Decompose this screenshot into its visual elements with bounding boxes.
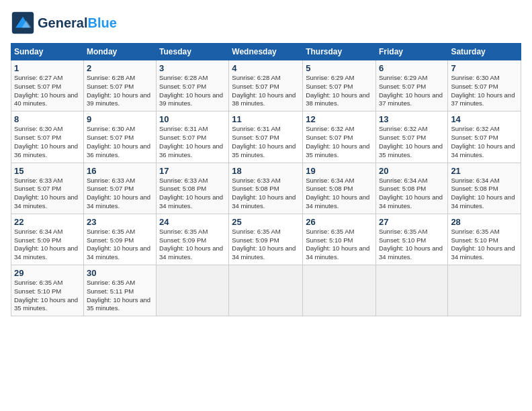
day-number: 19 bbox=[306, 166, 373, 176]
calendar-cell: 29 Sunrise: 6:35 AM Sunset: 5:10 PM Dayl… bbox=[11, 265, 84, 316]
calendar-cell: 13 Sunrise: 6:32 AM Sunset: 5:07 PM Dayl… bbox=[375, 111, 447, 163]
calendar-cell: 6 Sunrise: 6:29 AM Sunset: 5:07 PM Dayli… bbox=[375, 60, 447, 111]
day-info: Sunrise: 6:33 AM Sunset: 5:07 PM Dayligh… bbox=[87, 177, 153, 211]
day-info: Sunrise: 6:30 AM Sunset: 5:07 PM Dayligh… bbox=[451, 74, 518, 108]
page-container: GeneralBlue SundayMondayTuesdayWednesday… bbox=[0, 0, 532, 322]
day-info: Sunrise: 6:34 AM Sunset: 5:09 PM Dayligh… bbox=[14, 228, 81, 262]
calendar-table: SundayMondayTuesdayWednesdayThursdayFrid… bbox=[11, 43, 521, 316]
day-number: 23 bbox=[87, 217, 153, 227]
day-number: 3 bbox=[159, 63, 226, 73]
day-number: 8 bbox=[14, 114, 81, 124]
day-info: Sunrise: 6:27 AM Sunset: 5:07 PM Dayligh… bbox=[14, 74, 81, 108]
calendar-cell: 12 Sunrise: 6:32 AM Sunset: 5:07 PM Dayl… bbox=[303, 111, 376, 163]
day-number: 16 bbox=[87, 166, 153, 176]
day-number: 7 bbox=[451, 63, 518, 73]
calendar-cell: 2 Sunrise: 6:28 AM Sunset: 5:07 PM Dayli… bbox=[83, 60, 156, 111]
day-number: 18 bbox=[232, 166, 300, 176]
calendar-cell: 3 Sunrise: 6:28 AM Sunset: 5:07 PM Dayli… bbox=[157, 60, 229, 111]
calendar-cell bbox=[157, 265, 229, 316]
day-info: Sunrise: 6:35 AM Sunset: 5:09 PM Dayligh… bbox=[159, 228, 226, 262]
weekday-tuesday: Tuesday bbox=[157, 44, 229, 60]
day-info: Sunrise: 6:29 AM Sunset: 5:07 PM Dayligh… bbox=[379, 74, 445, 108]
calendar-cell: 10 Sunrise: 6:31 AM Sunset: 5:07 PM Dayl… bbox=[157, 111, 229, 163]
day-info: Sunrise: 6:35 AM Sunset: 5:10 PM Dayligh… bbox=[14, 279, 81, 313]
day-info: Sunrise: 6:28 AM Sunset: 5:07 PM Dayligh… bbox=[232, 74, 300, 108]
day-info: Sunrise: 6:29 AM Sunset: 5:07 PM Dayligh… bbox=[306, 74, 373, 108]
day-info: Sunrise: 6:35 AM Sunset: 5:09 PM Dayligh… bbox=[232, 228, 300, 262]
day-info: Sunrise: 6:30 AM Sunset: 5:07 PM Dayligh… bbox=[14, 125, 81, 159]
day-info: Sunrise: 6:35 AM Sunset: 5:10 PM Dayligh… bbox=[379, 228, 445, 262]
weekday-header-row: SundayMondayTuesdayWednesdayThursdayFrid… bbox=[11, 44, 521, 60]
calendar-cell: 28 Sunrise: 6:35 AM Sunset: 5:10 PM Dayl… bbox=[448, 214, 521, 265]
day-info: Sunrise: 6:35 AM Sunset: 5:11 PM Dayligh… bbox=[87, 279, 153, 313]
day-info: Sunrise: 6:32 AM Sunset: 5:07 PM Dayligh… bbox=[379, 125, 445, 159]
calendar-week-4: 22 Sunrise: 6:34 AM Sunset: 5:09 PM Dayl… bbox=[11, 214, 521, 265]
day-info: Sunrise: 6:30 AM Sunset: 5:07 PM Dayligh… bbox=[87, 125, 153, 159]
day-info: Sunrise: 6:35 AM Sunset: 5:09 PM Dayligh… bbox=[87, 228, 153, 262]
calendar-cell: 5 Sunrise: 6:29 AM Sunset: 5:07 PM Dayli… bbox=[303, 60, 376, 111]
logo: GeneralBlue bbox=[11, 11, 117, 35]
calendar-cell: 21 Sunrise: 6:34 AM Sunset: 5:08 PM Dayl… bbox=[448, 163, 521, 214]
calendar-cell: 20 Sunrise: 6:34 AM Sunset: 5:08 PM Dayl… bbox=[375, 163, 447, 214]
day-info: Sunrise: 6:32 AM Sunset: 5:07 PM Dayligh… bbox=[306, 125, 373, 159]
weekday-monday: Monday bbox=[83, 44, 156, 60]
calendar-cell: 9 Sunrise: 6:30 AM Sunset: 5:07 PM Dayli… bbox=[83, 111, 156, 163]
day-number: 9 bbox=[87, 114, 153, 124]
day-number: 15 bbox=[14, 166, 81, 176]
day-info: Sunrise: 6:28 AM Sunset: 5:07 PM Dayligh… bbox=[159, 74, 226, 108]
calendar-cell: 8 Sunrise: 6:30 AM Sunset: 5:07 PM Dayli… bbox=[11, 111, 84, 163]
logo-icon bbox=[11, 11, 35, 35]
day-number: 29 bbox=[14, 268, 81, 278]
calendar-cell: 14 Sunrise: 6:32 AM Sunset: 5:07 PM Dayl… bbox=[448, 111, 521, 163]
weekday-sunday: Sunday bbox=[11, 44, 84, 60]
day-number: 13 bbox=[379, 114, 445, 124]
calendar-cell: 7 Sunrise: 6:30 AM Sunset: 5:07 PM Dayli… bbox=[448, 60, 521, 111]
day-info: Sunrise: 6:31 AM Sunset: 5:07 PM Dayligh… bbox=[159, 125, 226, 159]
weekday-wednesday: Wednesday bbox=[229, 44, 303, 60]
calendar-cell: 23 Sunrise: 6:35 AM Sunset: 5:09 PM Dayl… bbox=[83, 214, 156, 265]
calendar-cell: 27 Sunrise: 6:35 AM Sunset: 5:10 PM Dayl… bbox=[375, 214, 447, 265]
calendar-cell: 1 Sunrise: 6:27 AM Sunset: 5:07 PM Dayli… bbox=[11, 60, 84, 111]
calendar-week-1: 1 Sunrise: 6:27 AM Sunset: 5:07 PM Dayli… bbox=[11, 60, 521, 111]
day-number: 12 bbox=[306, 114, 373, 124]
day-info: Sunrise: 6:28 AM Sunset: 5:07 PM Dayligh… bbox=[87, 74, 153, 108]
day-number: 14 bbox=[451, 114, 518, 124]
day-number: 22 bbox=[14, 217, 81, 227]
calendar-cell: 25 Sunrise: 6:35 AM Sunset: 5:09 PM Dayl… bbox=[229, 214, 303, 265]
day-number: 2 bbox=[87, 63, 153, 73]
day-info: Sunrise: 6:31 AM Sunset: 5:07 PM Dayligh… bbox=[232, 125, 300, 159]
calendar-cell: 11 Sunrise: 6:31 AM Sunset: 5:07 PM Dayl… bbox=[229, 111, 303, 163]
day-number: 25 bbox=[232, 217, 300, 227]
day-number: 20 bbox=[379, 166, 445, 176]
calendar-cell: 30 Sunrise: 6:35 AM Sunset: 5:11 PM Dayl… bbox=[83, 265, 156, 316]
calendar-cell: 18 Sunrise: 6:33 AM Sunset: 5:08 PM Dayl… bbox=[229, 163, 303, 214]
day-info: Sunrise: 6:32 AM Sunset: 5:07 PM Dayligh… bbox=[451, 125, 518, 159]
calendar-cell bbox=[375, 265, 447, 316]
day-info: Sunrise: 6:33 AM Sunset: 5:08 PM Dayligh… bbox=[159, 177, 226, 211]
weekday-friday: Friday bbox=[375, 44, 447, 60]
calendar-week-2: 8 Sunrise: 6:30 AM Sunset: 5:07 PM Dayli… bbox=[11, 111, 521, 163]
calendar-week-3: 15 Sunrise: 6:33 AM Sunset: 5:07 PM Dayl… bbox=[11, 163, 521, 214]
calendar-body: 1 Sunrise: 6:27 AM Sunset: 5:07 PM Dayli… bbox=[11, 60, 521, 316]
day-info: Sunrise: 6:35 AM Sunset: 5:10 PM Dayligh… bbox=[306, 228, 373, 262]
calendar-cell: 17 Sunrise: 6:33 AM Sunset: 5:08 PM Dayl… bbox=[157, 163, 229, 214]
day-info: Sunrise: 6:34 AM Sunset: 5:08 PM Dayligh… bbox=[306, 177, 373, 211]
day-number: 30 bbox=[87, 268, 153, 278]
day-info: Sunrise: 6:33 AM Sunset: 5:08 PM Dayligh… bbox=[232, 177, 300, 211]
day-number: 17 bbox=[159, 166, 226, 176]
day-number: 1 bbox=[14, 63, 81, 73]
calendar-cell: 24 Sunrise: 6:35 AM Sunset: 5:09 PM Dayl… bbox=[157, 214, 229, 265]
calendar-cell: 19 Sunrise: 6:34 AM Sunset: 5:08 PM Dayl… bbox=[303, 163, 376, 214]
day-number: 26 bbox=[306, 217, 373, 227]
weekday-thursday: Thursday bbox=[303, 44, 376, 60]
calendar-cell bbox=[303, 265, 376, 316]
day-number: 11 bbox=[232, 114, 300, 124]
header: GeneralBlue bbox=[11, 11, 521, 35]
day-number: 24 bbox=[159, 217, 226, 227]
calendar-cell: 15 Sunrise: 6:33 AM Sunset: 5:07 PM Dayl… bbox=[11, 163, 84, 214]
day-info: Sunrise: 6:34 AM Sunset: 5:08 PM Dayligh… bbox=[451, 177, 518, 211]
day-number: 28 bbox=[451, 217, 518, 227]
calendar-cell bbox=[229, 265, 303, 316]
day-number: 27 bbox=[379, 217, 445, 227]
logo-text: GeneralBlue bbox=[38, 15, 117, 30]
